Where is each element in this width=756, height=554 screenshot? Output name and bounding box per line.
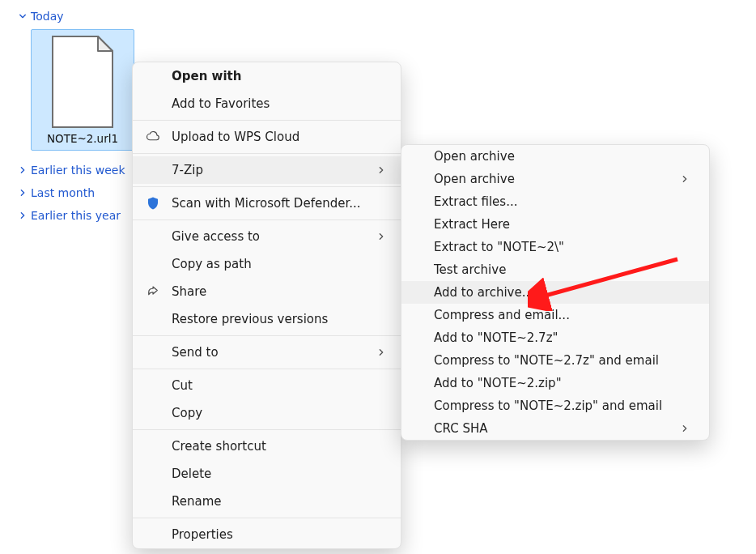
menu-cut[interactable]: Cut [133,372,401,399]
menu-separator [133,369,401,369]
submenu-add-to-archive[interactable]: Add to archive... [401,281,709,304]
menu-upload-wps[interactable]: Upload to WPS Cloud [133,123,401,151]
file-icon [45,33,121,130]
menu-give-access-to[interactable]: Give access to [133,223,401,250]
blank-icon [144,343,162,361]
submenu-extract-files[interactable]: Extract files... [401,190,709,213]
menu-separator [133,429,401,430]
menu-separator [133,186,401,187]
group-label: Earlier this week [31,164,125,177]
submenu-compress-zip-email[interactable]: Compress to "NOTE~2.zip" and email [401,394,709,417]
blank-icon [144,95,162,113]
chevron-down-icon [18,11,28,21]
menu-separator [133,518,401,518]
menu-properties[interactable]: Properties [133,521,401,548]
blank-icon [144,228,162,245]
submenu-compress-7z-email[interactable]: Compress to "NOTE~2.7z" and email [401,349,709,372]
submenu-open-archive-more[interactable]: Open archive [401,168,709,190]
menu-copy[interactable]: Copy [133,399,401,427]
blank-icon [144,492,162,510]
submenu-add-to-zip[interactable]: Add to "NOTE~2.zip" [401,372,709,394]
group-label: Earlier this year [31,209,121,222]
shield-icon [144,194,162,212]
file-item[interactable]: NOTE~2.url1 [31,29,134,151]
cloud-icon [144,128,162,146]
submenu-add-to-7z[interactable]: Add to "NOTE~2.7z" [401,326,709,349]
chevron-right-icon [375,164,388,177]
blank-icon [144,377,162,394]
submenu-crc-sha[interactable]: CRC SHA [401,417,709,440]
menu-7zip[interactable]: 7-Zip [133,156,401,184]
context-menu: Open with Add to Favorites Upload to WPS… [132,62,401,549]
menu-restore-versions[interactable]: Restore previous versions [133,305,401,333]
chevron-right-icon [18,165,28,175]
menu-add-to-favorites[interactable]: Add to Favorites [133,90,401,117]
group-label: Today [31,10,64,23]
chevron-right-icon [18,188,28,198]
share-icon [144,283,162,300]
chevron-right-icon [678,422,691,435]
blank-icon [144,404,162,422]
chevron-right-icon [375,230,388,243]
submenu-7zip: Open archive Open archive Extract files.… [401,144,710,441]
blank-icon [144,255,162,273]
chevron-right-icon [375,346,388,359]
menu-separator [133,219,401,220]
group-label: Last month [31,186,95,199]
menu-separator [133,335,401,336]
menu-send-to[interactable]: Send to [133,339,401,366]
blank-icon [144,465,162,483]
menu-copy-as-path[interactable]: Copy as path [133,250,401,278]
chevron-right-icon [18,211,28,220]
blank-icon [144,67,162,85]
blank-icon [144,437,162,455]
menu-share[interactable]: Share [133,278,401,305]
blank-icon [144,526,162,543]
group-today[interactable]: Today [0,5,756,28]
menu-delete[interactable]: Delete [133,460,401,488]
menu-rename[interactable]: Rename [133,488,401,515]
menu-open-with[interactable]: Open with [133,62,401,90]
submenu-extract-to-folder[interactable]: Extract to "NOTE~2\" [401,236,709,258]
menu-scan-defender[interactable]: Scan with Microsoft Defender... [133,190,401,217]
menu-separator [133,153,401,154]
blank-icon [144,310,162,328]
menu-separator [133,120,401,121]
submenu-extract-here[interactable]: Extract Here [401,213,709,236]
submenu-compress-email[interactable]: Compress and email... [401,304,709,326]
menu-create-shortcut[interactable]: Create shortcut [133,433,401,460]
blank-icon [144,161,162,179]
file-name: NOTE~2.url1 [47,132,118,145]
submenu-test-archive[interactable]: Test archive [401,258,709,281]
submenu-open-archive[interactable]: Open archive [401,145,709,168]
chevron-right-icon [678,173,691,185]
